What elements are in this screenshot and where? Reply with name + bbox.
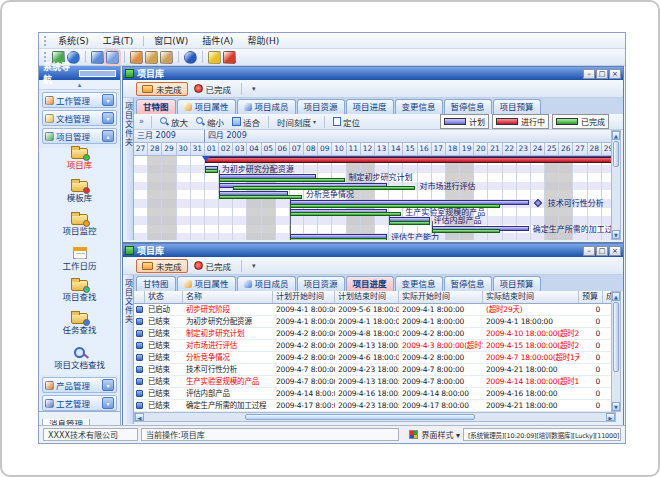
table-row[interactable]: 已结束确定生产所需的加工过程2009-4-17 8:00:002009-4-23… [134, 400, 616, 412]
column-header-5[interactable]: 实际开始时间 [399, 291, 483, 303]
sidebar-group-top-0[interactable]: 工作管理▾ [42, 92, 117, 108]
expand-group-button[interactable]: ▾ [102, 379, 114, 391]
gantt-tab-6[interactable]: 暂停信息 [444, 99, 492, 114]
menu-item-5[interactable]: 帮助(H) [240, 33, 286, 48]
close-button[interactable]: × [609, 246, 621, 256]
sidebar-group-top-2[interactable]: 项目管理▴ [42, 128, 117, 144]
scroll-up-button[interactable]: ▲ [612, 131, 620, 140]
actual-bar[interactable] [219, 178, 344, 182]
project-folder-side-tab[interactable]: 项目文件夹 [123, 98, 134, 240]
scroll-right-button[interactable]: ▶ [606, 413, 615, 421]
menu-item-0[interactable]: 系统(S) [51, 33, 96, 48]
gantt-tab-2[interactable]: 项目成员 [237, 99, 296, 114]
gantt-vertical-scrollbar[interactable]: ▲ ▼ [611, 130, 621, 240]
gantt-tab-4[interactable]: 项目进度 [346, 99, 394, 114]
toolbar-overflow-dropdown[interactable]: ▾ [252, 262, 256, 270]
progress-tab-2[interactable]: 项目成员 [237, 276, 296, 291]
gantt-tab-0[interactable]: 甘特图 [136, 99, 176, 114]
menu-item-1[interactable]: 工具(T) [96, 33, 141, 48]
gantt-tab-5[interactable]: 变更信息 [395, 99, 443, 114]
help-icon[interactable] [184, 51, 197, 64]
sidebar-item-1[interactable]: 模板库 [39, 181, 120, 210]
column-header-2[interactable]: 名称 [183, 291, 273, 303]
unfinished-filter-button[interactable]: 未完成 [136, 259, 188, 273]
table-horizontal-scrollbar[interactable]: ◀ ▶ [134, 412, 616, 422]
progress-tab-7[interactable]: 项目预算 [493, 276, 541, 291]
column-header-6[interactable]: 实际结束时间 [483, 291, 579, 303]
column-header-1[interactable]: 状态 [145, 291, 183, 303]
save-icon[interactable] [106, 51, 119, 64]
sidebar-item-6[interactable]: 项目文档查找 [39, 346, 120, 375]
progress-tab-0[interactable]: 甘特图 [136, 276, 176, 291]
table-row[interactable]: 已结束分析竞争情况2009-4-2 8:00:002009-4-6 18:00:… [134, 352, 616, 364]
maximize-button[interactable]: □ [596, 246, 608, 256]
unfinished-filter-button[interactable]: 未完成 [136, 82, 188, 96]
actual-bar[interactable] [290, 212, 401, 216]
pin-icon[interactable] [79, 70, 117, 77]
sidebar-item-5[interactable]: 任务查找 [39, 313, 120, 342]
sidebar-item-4[interactable]: 项目查找 [39, 280, 120, 309]
table-row[interactable]: 已结束技术可行性分析2009-4-7 8:00:002009-4-23 18:0… [134, 364, 616, 376]
collapse-group-button[interactable]: ▴ [102, 130, 114, 142]
progress-tab-5[interactable]: 变更信息 [395, 276, 443, 291]
zoom-in-button[interactable]: 放大 [156, 115, 192, 128]
progress-tab-6[interactable]: 暂停信息 [444, 276, 492, 291]
sidebar-item-3[interactable]: 工作日历 [39, 247, 120, 276]
minimize-button[interactable]: – [583, 246, 595, 256]
expand-group-button[interactable]: ▾ [102, 94, 114, 106]
table-vertical-scrollbar[interactable]: ▲ ▼ [611, 291, 621, 412]
summary-task-bar[interactable] [205, 157, 616, 163]
sidebar-item-0[interactable]: 项目库 [39, 148, 120, 177]
sidebar-group-bottom-0[interactable]: 产品管理▾ [42, 377, 117, 393]
table-row[interactable]: 已启动初步研究阶段2009-4-1 8:00:002009-5-6 18:00:… [134, 304, 616, 316]
menu-grip[interactable] [44, 36, 47, 46]
sidebar-group-top-1[interactable]: 文档管理▾ [42, 110, 117, 126]
doc-remove-icon[interactable] [160, 51, 173, 64]
gantt-tab-1[interactable]: 项目属性 [177, 99, 236, 114]
finished-filter-button[interactable]: 已完成 [188, 259, 238, 273]
column-header-7[interactable]: 预算 [579, 291, 603, 303]
scroll-thumb[interactable] [613, 302, 619, 372]
table-row[interactable]: 已结束制定初步研究计划2009-4-2 8:00:002009-4-8 18:0… [134, 328, 616, 340]
sidebar-item-2[interactable]: 项目监控 [39, 214, 120, 243]
timescale-dropdown[interactable]: 时间刻度▾ [273, 115, 320, 128]
progress-tab-1[interactable]: 项目属性 [177, 276, 236, 291]
toolbar-overflow-dropdown[interactable]: ▾ [252, 85, 256, 93]
scroll-thumb[interactable] [245, 414, 475, 420]
actual-bar[interactable] [290, 204, 501, 208]
minimize-button[interactable]: – [583, 69, 595, 79]
zoom-out-button[interactable]: 缩小 [192, 115, 228, 128]
actual-bar[interactable] [432, 229, 501, 233]
scroll-down-button[interactable]: ▼ [612, 230, 620, 239]
menu-item-3[interactable]: 窗口(W) [147, 33, 195, 48]
maximize-button[interactable]: □ [596, 69, 608, 79]
gantt-tab-7[interactable]: 项目预算 [493, 99, 541, 114]
table-row[interactable]: 已结束生产实验室规模的产品2009-4-7 8:00:002009-4-13 1… [134, 376, 616, 388]
column-header-4[interactable]: 计划结束时间 [335, 291, 399, 303]
column-header-3[interactable]: 计划开始时间 [273, 291, 335, 303]
project-folder-side-tab[interactable]: 项目文件夹 [123, 275, 134, 424]
actual-bar[interactable] [205, 169, 218, 173]
finished-filter-button[interactable]: 已完成 [188, 82, 238, 96]
close-button[interactable]: × [609, 69, 621, 79]
doc-edit-icon[interactable] [145, 51, 158, 64]
gantt-tab-3[interactable]: 项目资源 [297, 99, 345, 114]
sidebar-group-bottom-1[interactable]: 工艺管理▾ [42, 395, 117, 411]
chevron-overflow-button[interactable]: » [136, 117, 147, 126]
interface-style-dropdown[interactable]: 界面样式 ▾ [421, 429, 460, 440]
table-row[interactable]: 已结束评估内部产品2009-4-14 8:00:002009-4-16 18:0… [134, 388, 616, 400]
open-folder-icon[interactable] [91, 51, 104, 64]
locate-button[interactable]: 定位 [329, 115, 364, 128]
actual-bar[interactable] [389, 221, 429, 225]
doc-add-icon[interactable] [130, 51, 143, 64]
menu-item-4[interactable]: 插件(A) [195, 33, 240, 48]
progress-tab-3[interactable]: 项目资源 [297, 276, 345, 291]
scroll-up-button[interactable]: ▲ [612, 292, 620, 301]
actual-bar[interactable] [290, 238, 387, 240]
exit-icon[interactable] [223, 51, 236, 64]
column-header-0[interactable] [134, 291, 145, 303]
fit-button[interactable]: 适合 [228, 115, 264, 128]
table-row[interactable]: 已结束为初步研究分配资源2009-4-1 8:00:002009-4-1 18:… [134, 316, 616, 328]
lock-icon[interactable] [208, 51, 221, 64]
scroll-thumb[interactable] [613, 141, 619, 167]
